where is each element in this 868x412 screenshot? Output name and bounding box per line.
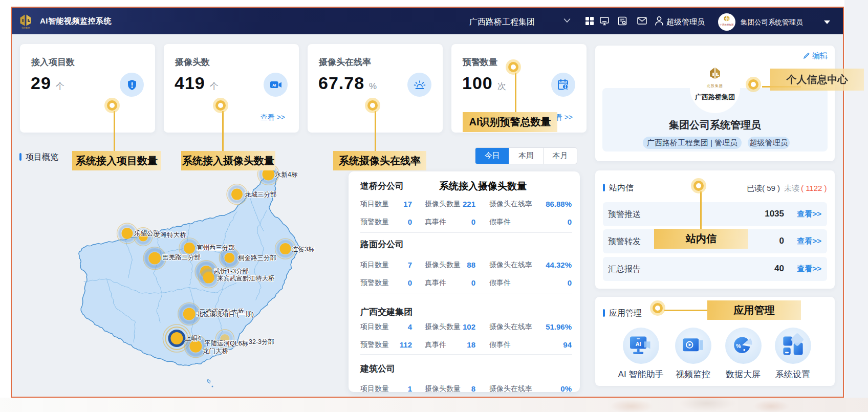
svg-text:北投集团: 北投集团 (21, 27, 30, 29)
svg-text:AI: AI (272, 82, 276, 87)
svg-text:AI: AI (635, 341, 641, 347)
svg-text:%: % (736, 343, 741, 349)
